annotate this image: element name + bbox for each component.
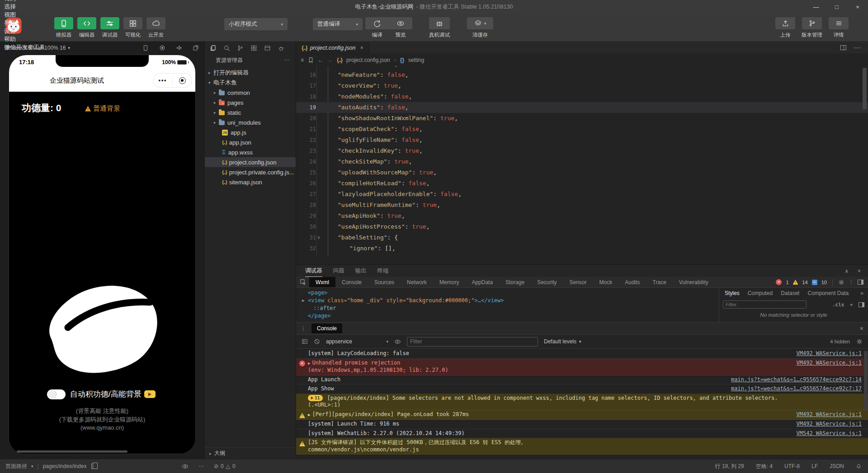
wxml-node[interactable]: <page> [296, 289, 327, 297]
tree-item[interactable]: {..}project.config.json [205, 157, 296, 167]
tree-item[interactable]: ▸static [205, 108, 296, 117]
collapse-panel-icon[interactable]: ∧ [844, 268, 849, 274]
模拟器-button[interactable] [54, 17, 73, 29]
tree-item[interactable]: {..}app.json [205, 137, 296, 147]
video-ad-icon[interactable] [144, 390, 156, 398]
console-scrollbar[interactable] [864, 351, 868, 410]
debugger-tab-终端[interactable]: 终端 [377, 265, 389, 277]
wooden-fish-image[interactable] [43, 283, 160, 381]
devtools-tab-storage[interactable]: Storage [499, 277, 531, 287]
console-prompt[interactable]: › [296, 454, 868, 459]
background-mode-badge[interactable]: ! 普通背景 [85, 104, 120, 113]
kebab-menu-icon[interactable]: ⋮ [849, 279, 854, 285]
eye-icon[interactable] [182, 463, 189, 470]
tree-item[interactable]: JSapp.js [205, 127, 296, 137]
editor-tab-project-config[interactable]: {..} project.config.json × [296, 42, 369, 54]
files-icon[interactable] [210, 45, 217, 52]
status-item[interactable]: 行 19, 列 29 [715, 463, 744, 470]
source-link[interactable]: VM492 WAService.js:1 [797, 360, 862, 367]
remote-debug-button[interactable] [429, 17, 450, 29]
devtools-tab-mock[interactable]: Mock [593, 277, 619, 287]
debugger-tab-调试器[interactable]: 调试器 [305, 265, 322, 277]
compile-button[interactable] [365, 17, 389, 29]
gear-icon[interactable] [838, 279, 844, 286]
styles-tab-component-data[interactable]: Component Data [807, 290, 849, 296]
menu-item[interactable]: 视图 [0, 11, 49, 19]
console-filter-input[interactable] [407, 337, 538, 347]
wxml-node[interactable]: ▶<view class="home _div" style="backgrou… [296, 297, 504, 304]
fold-chevron-icon[interactable]: ∨ [317, 232, 320, 243]
menu-item[interactable]: 界面 [0, 19, 49, 27]
dock-side-icon[interactable] [858, 280, 863, 285]
styles-tab-computed[interactable]: Computed [748, 290, 773, 296]
window-layout-icon[interactable] [264, 45, 271, 52]
code-editor[interactable]: 15"minified": true,16"newFeature": false… [296, 66, 868, 264]
expand-icon[interactable]: ▶ [302, 297, 304, 304]
expand-icon[interactable]: ▶ [308, 412, 310, 417]
more-actions-icon[interactable]: ⋯ [198, 463, 204, 469]
devtools-tab-console[interactable]: Console [335, 277, 368, 287]
overflow-tabs-icon[interactable]: » [860, 290, 868, 296]
details-button[interactable] [829, 17, 849, 29]
back-icon[interactable]: ← [318, 57, 323, 63]
simulator-horizontal-scrollbar[interactable] [17, 450, 127, 453]
context-selector[interactable]: appservice ▾ [326, 338, 388, 345]
menu-item[interactable]: 微信开发者工具 [0, 43, 49, 52]
more-menu-button[interactable]: ••• [153, 77, 172, 84]
sound-icon[interactable] [176, 45, 182, 51]
devtools-tab-memory[interactable]: Memory [433, 277, 465, 287]
devtools-tab-sources[interactable]: Sources [368, 277, 401, 287]
devtools-tab-vulnerability[interactable]: Vulnerability [673, 277, 715, 287]
devtools-tab-audits[interactable]: Audits [618, 277, 646, 287]
云开发-button[interactable] [146, 17, 165, 29]
close-icon[interactable]: × [360, 45, 363, 51]
tree-item[interactable]: {..}project.private.config.js... [205, 167, 296, 177]
record-icon[interactable] [159, 45, 165, 51]
source-link[interactable]: VM542 WAService.js:1 [797, 430, 862, 437]
new-style-rule-icon[interactable]: + [849, 301, 853, 308]
panel-layout-icon[interactable] [859, 302, 864, 307]
mode-dropdown[interactable]: 小程序模式 ▾ [224, 18, 288, 30]
close-panel-icon[interactable]: × [858, 268, 861, 274]
more-actions-icon[interactable]: ⋯ [854, 43, 861, 52]
breadcrumb-file[interactable]: project.config.json [346, 57, 390, 63]
debugger-tab-输出[interactable]: 输出 [355, 265, 367, 277]
devtools-tab-appdata[interactable]: AppData [465, 277, 499, 287]
version-control-button[interactable] [802, 17, 822, 29]
调试器-button[interactable] [100, 17, 119, 29]
devtools-tab-security[interactable]: Security [531, 277, 563, 287]
eye-icon[interactable] [394, 338, 401, 345]
maximize-button[interactable]: □ [826, 0, 847, 14]
styles-tab-dataset[interactable]: Dataset [781, 290, 799, 296]
copy-icon[interactable] [91, 464, 96, 469]
minimize-button[interactable]: — [806, 0, 826, 14]
tree-item[interactable]: ▾电子木鱼 [205, 78, 296, 88]
upload-button[interactable] [775, 17, 795, 29]
forward-icon[interactable]: → [327, 57, 333, 63]
status-item[interactable]: JSON [830, 463, 844, 469]
clear-console-icon[interactable] [314, 338, 320, 345]
menu-item[interactable]: 帮助 [0, 35, 49, 43]
source-link[interactable]: main.js?t=wechat&s=1…c9556574ecce92c7:14 [731, 376, 862, 384]
git-icon[interactable] [237, 45, 244, 52]
status-item[interactable]: UTF-8 [784, 463, 800, 469]
wxml-node[interactable]: </page> [296, 312, 331, 320]
kebab-menu-icon[interactable]: ⋮ [301, 325, 306, 332]
bell-icon[interactable] [856, 464, 862, 469]
close-mini-program-button[interactable] [173, 77, 192, 84]
source-link[interactable]: VM492 WAService.js:1 [797, 350, 862, 357]
page-path-selector[interactable]: 页面路径 [5, 463, 27, 470]
tree-item[interactable]: ▸uni_modules [205, 117, 296, 127]
more-actions-icon[interactable]: ⋯ [284, 57, 289, 63]
styles-filter-input[interactable] [723, 300, 807, 309]
menu-item[interactable]: 设置 [0, 27, 49, 35]
tree-item[interactable]: {..}sitemap.json [205, 177, 296, 187]
log-levels-dropdown[interactable]: Default levels ▾ [544, 338, 581, 345]
tree-item[interactable]: ▸pages [205, 98, 296, 108]
toggle-class-button[interactable]: .cls [832, 302, 844, 308]
wxml-node[interactable]: ::after [296, 304, 336, 312]
compile-mode-dropdown[interactable]: 普通编译 ▾ [313, 18, 363, 30]
split-editor-icon[interactable] [840, 45, 846, 50]
close-button[interactable]: × [847, 0, 868, 14]
bookmark-icon[interactable] [308, 57, 314, 63]
